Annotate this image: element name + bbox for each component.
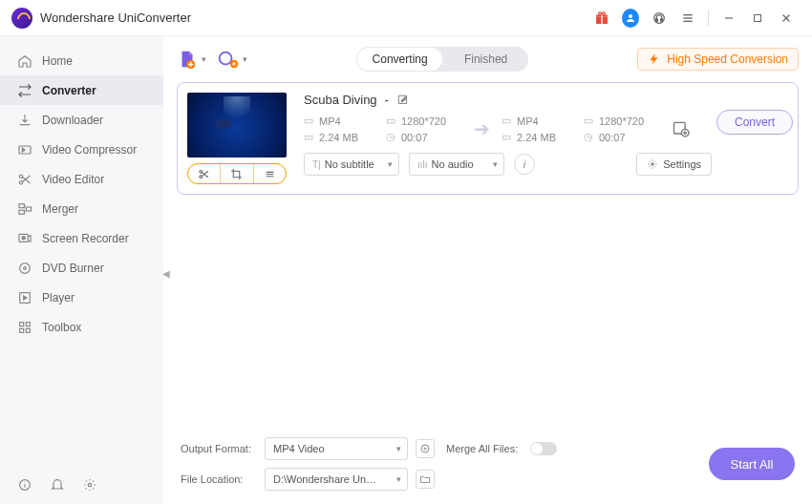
support-icon[interactable]: [651, 10, 668, 27]
footer: Output Format: MP4 Video▾ Merge All File…: [163, 430, 812, 504]
sidebar-item-player[interactable]: Player: [0, 283, 163, 312]
sidebar-label: Merger: [42, 202, 78, 216]
sidebar-item-merger[interactable]: Merger: [0, 194, 163, 223]
file-card: Scuba Diving - ▭MP4 ▭1280*720 ▭2.24 MB ◷…: [177, 82, 799, 195]
sidebar-item-video-compressor[interactable]: Video Compressor: [0, 135, 163, 164]
svg-point-23: [22, 236, 25, 239]
app-logo: [11, 8, 32, 29]
output-format-select[interactable]: MP4 Video▾: [265, 437, 408, 460]
add-file-button[interactable]: ▾: [177, 49, 206, 70]
output-format-value: MP4 Video: [273, 443, 325, 454]
file-settings-button[interactable]: Settings: [636, 153, 712, 176]
disc-icon: [17, 261, 32, 276]
svg-rect-13: [755, 14, 761, 21]
audio-value: No audio: [432, 158, 474, 170]
svg-rect-28: [26, 322, 30, 326]
source-meta: ▭MP4 ▭1280*720 ▭2.24 MB ◷00:07: [304, 115, 462, 143]
svg-rect-30: [26, 328, 30, 332]
chevron-down-icon: ▾: [396, 474, 401, 484]
svg-point-49: [424, 448, 426, 450]
file-title: Scuba Diving: [304, 93, 377, 107]
minimize-button[interactable]: [720, 10, 737, 27]
sidebar-item-screen-recorder[interactable]: Screen Recorder: [0, 223, 163, 253]
video-thumbnail[interactable]: [187, 93, 287, 158]
rename-button[interactable]: [396, 94, 410, 107]
merge-icon: [17, 201, 32, 217]
file-title-row: Scuba Diving -: [304, 93, 712, 107]
tab-converting[interactable]: Converting: [357, 48, 442, 71]
trim-button[interactable]: [188, 164, 220, 183]
sidebar-item-dvd-burner[interactable]: DVD Burner: [0, 253, 163, 283]
grid-icon: [17, 320, 32, 335]
notification-icon[interactable]: [50, 477, 65, 493]
compress-icon: [17, 142, 32, 158]
home-icon: [17, 53, 32, 69]
high-speed-button[interactable]: High Speed Conversion: [637, 48, 799, 71]
info-button[interactable]: i: [514, 154, 535, 175]
src-format: MP4: [319, 116, 341, 127]
lightning-icon: [648, 52, 661, 66]
sidebar-label: Video Editor: [42, 173, 104, 186]
resolution-icon: ▭: [584, 115, 593, 127]
file-location-label: File Location:: [181, 473, 257, 485]
merge-toggle[interactable]: [530, 442, 557, 455]
convert-button[interactable]: Convert: [716, 110, 793, 135]
svg-rect-20: [19, 210, 24, 214]
size-icon: ▭: [304, 131, 313, 143]
output-format-label: Output Format:: [181, 443, 257, 454]
src-duration: 00:07: [401, 132, 428, 143]
high-speed-label: High Speed Conversion: [667, 52, 788, 66]
settings-icon[interactable]: [82, 477, 97, 493]
target-meta: ▭MP4 ▭1280*720 ▭2.24 MB ◷00:07: [502, 115, 660, 143]
open-folder-button[interactable]: [416, 470, 435, 489]
sidebar-collapse-button[interactable]: ◀: [161, 265, 171, 281]
dst-size: 2.24 MB: [517, 132, 556, 143]
sidebar-label: Screen Recorder: [42, 232, 129, 245]
dst-resolution: 1280*720: [599, 116, 644, 127]
svg-point-25: [24, 266, 27, 269]
close-button[interactable]: [778, 10, 795, 27]
sidebar-item-toolbox[interactable]: Toolbox: [0, 312, 163, 342]
format-icon: ▭: [304, 115, 313, 127]
src-size: 2.24 MB: [319, 132, 358, 143]
crop-button[interactable]: [220, 164, 252, 183]
play-icon: [17, 290, 32, 305]
app-title: Wondershare UniConverter: [40, 10, 191, 25]
file-location-select[interactable]: D:\Wondershare UniConverter▾: [265, 468, 408, 491]
svg-point-3: [599, 11, 602, 14]
sidebar-label: Video Compressor: [42, 143, 137, 157]
edit-tools: [187, 163, 287, 184]
tab-segment: Converting Finished: [356, 47, 528, 72]
sidebar-item-home[interactable]: Home: [0, 46, 163, 75]
titlebar: Wondershare UniConverter: [0, 0, 812, 36]
sidebar-item-downloader[interactable]: Downloader: [0, 105, 163, 135]
gift-icon[interactable]: [593, 10, 610, 27]
chevron-down-icon: ▾: [388, 159, 393, 169]
converter-icon: [17, 83, 32, 98]
download-icon: [17, 113, 32, 128]
output-format-settings-button[interactable]: [416, 439, 435, 458]
add-url-button[interactable]: ▾: [216, 49, 247, 70]
file-location-value: D:\Wondershare UniConverter: [273, 473, 378, 485]
menu-icon[interactable]: [679, 10, 696, 27]
sidebar-item-converter[interactable]: Converter: [0, 75, 163, 105]
account-avatar[interactable]: [622, 10, 639, 27]
subtitle-value: No subtitle: [325, 158, 374, 170]
audio-select[interactable]: ıılıNo audio▾: [409, 153, 504, 176]
effects-button[interactable]: [253, 164, 286, 183]
merge-label: Merge All Files:: [446, 443, 523, 454]
tab-finished[interactable]: Finished: [443, 47, 528, 72]
info-icon[interactable]: [17, 477, 32, 493]
svg-point-24: [20, 262, 31, 273]
svg-rect-2: [601, 14, 602, 23]
src-resolution: 1280*720: [401, 116, 446, 127]
start-all-button[interactable]: Start All: [709, 448, 795, 480]
subtitle-select[interactable]: T|No subtitle▾: [304, 153, 399, 176]
chevron-down-icon: ▾: [243, 54, 247, 64]
settings-label: Settings: [663, 158, 701, 170]
maximize-button[interactable]: [749, 10, 766, 27]
output-settings-button[interactable]: [672, 119, 691, 138]
svg-rect-27: [20, 322, 24, 326]
sidebar-item-video-editor[interactable]: Video Editor: [0, 164, 163, 194]
sidebar: Home Converter Downloader Video Compress…: [0, 36, 163, 504]
